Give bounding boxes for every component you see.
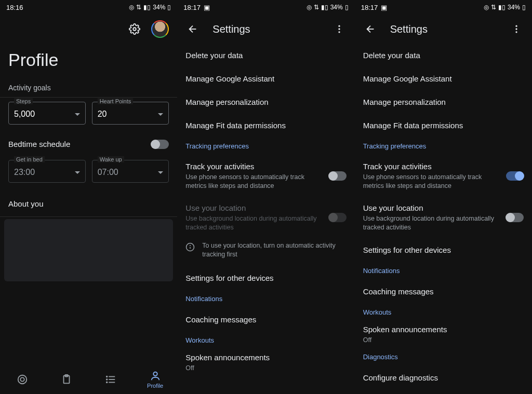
bottom-nav: Profile: [0, 365, 177, 394]
tracking-preferences-header: Tracking preferences: [355, 137, 532, 155]
battery-text: 34%: [330, 4, 343, 11]
get-in-bed-label: Get in bed: [14, 156, 45, 162]
signal-icon: ▮▯: [321, 4, 328, 11]
coaching-messages[interactable]: Coaching messages: [177, 308, 354, 331]
gear-icon: [129, 23, 140, 35]
arrow-left-icon: [187, 23, 198, 35]
track-activities-toggle[interactable]: [506, 171, 524, 181]
activity-goals-label: Activity goals: [0, 78, 177, 97]
info-icon: [185, 242, 195, 252]
manage-google-assistant[interactable]: Manage Google Assistant: [177, 67, 354, 90]
svg-point-0: [134, 28, 137, 31]
spoken-announcements-row[interactable]: Spoken announcements Off: [177, 349, 354, 376]
wake-up-value: 07:00: [98, 168, 118, 177]
use-location-toggle[interactable]: [506, 213, 524, 222]
back-button[interactable]: [360, 19, 381, 39]
spoken-title: Spoken announcements: [185, 352, 270, 363]
manage-personalization[interactable]: Manage personalization: [177, 90, 354, 114]
status-icons: ◎ ⇅ ▮▯ 34% ▯: [129, 4, 171, 11]
location-hint-text: To use your location, turn on automatic …: [202, 241, 346, 259]
track-activities-desc: Use phone sensors to automatically track…: [363, 173, 500, 191]
manage-google-assistant[interactable]: Manage Google Assistant: [355, 67, 532, 90]
steps-value: 5,000: [14, 110, 35, 119]
heart-points-value: 20: [98, 110, 107, 119]
svg-point-15: [338, 31, 340, 33]
heart-points-field[interactable]: Heart Points 20: [92, 102, 169, 125]
more-vert-icon: [334, 24, 344, 34]
settings-gear-button[interactable]: [124, 19, 145, 39]
wifi-icon: ⇅: [314, 4, 319, 11]
track-activities-row[interactable]: Track your activities Use phone sensors …: [177, 155, 354, 197]
delete-your-data[interactable]: Delete your data: [177, 44, 354, 67]
nav-home[interactable]: [0, 365, 44, 394]
get-in-bed-value: 23:00: [14, 168, 35, 177]
status-bar: 18:17 ▣ ◎ ⇅ ▮▯ 34% ▯: [177, 0, 354, 15]
target-icon: [17, 374, 28, 385]
person-icon: [150, 370, 161, 382]
nav-profile[interactable]: Profile: [133, 365, 177, 394]
page-title: Profile: [0, 44, 177, 78]
nav-browse[interactable]: [89, 365, 133, 394]
svg-point-9: [107, 379, 108, 380]
hotspot-icon: ◎: [129, 4, 134, 11]
get-in-bed-field[interactable]: Get in bed 23:00: [8, 160, 86, 183]
delete-your-data[interactable]: Delete your data: [355, 44, 532, 67]
about-you-label: About you: [0, 191, 177, 216]
track-activities-desc: Use phone sensors to automatically track…: [185, 173, 322, 191]
signal-icon: ▮▯: [143, 4, 151, 11]
notifications-header: Notifications: [355, 262, 532, 280]
track-activities-title: Track your activities: [363, 161, 500, 172]
svg-point-13: [338, 25, 340, 27]
manage-personalization[interactable]: Manage personalization: [355, 90, 532, 114]
avatar[interactable]: [151, 20, 169, 38]
steps-field[interactable]: Steps 5,000: [8, 102, 86, 125]
hotspot-icon: ◎: [307, 4, 312, 11]
wake-up-field[interactable]: Wake up 07:00: [92, 160, 169, 183]
battery-icon: ▯: [345, 4, 349, 11]
more-vert-icon: [511, 24, 522, 34]
track-activities-row[interactable]: Track your activities Use phone sensors …: [355, 155, 532, 197]
nav-journal[interactable]: [44, 365, 88, 394]
svg-point-11: [153, 372, 157, 376]
manage-fit-data-permissions[interactable]: Manage Fit data permissions: [355, 114, 532, 137]
nav-profile-label: Profile: [147, 383, 163, 389]
overflow-menu-button[interactable]: [329, 19, 350, 39]
overflow-menu-button[interactable]: [506, 19, 527, 39]
page-title: Settings: [390, 23, 428, 35]
chevron-down-icon: [75, 113, 80, 116]
back-button[interactable]: [182, 19, 203, 39]
svg-point-18: [190, 246, 191, 246]
screen-profile: 18:16 ◎ ⇅ ▮▯ 34% ▯ Profile Activity goal…: [0, 0, 177, 394]
chevron-down-icon: [75, 171, 80, 174]
screenshot-icon: ▣: [381, 4, 387, 11]
manage-fit-data-permissions[interactable]: Manage Fit data permissions: [177, 114, 354, 137]
heart-points-label: Heart Points: [98, 98, 134, 104]
battery-icon: ▯: [167, 4, 171, 11]
chevron-down-icon: [158, 171, 163, 174]
workouts-header: Workouts: [355, 303, 532, 321]
svg-point-14: [338, 28, 340, 30]
svg-point-22: [515, 31, 517, 33]
use-location-toggle: [329, 213, 347, 222]
track-activities-toggle[interactable]: [329, 171, 347, 181]
configure-diagnostics[interactable]: Configure diagnostics: [355, 366, 532, 382]
settings-other-devices[interactable]: Settings for other devices: [177, 266, 354, 290]
status-time: 18:16: [6, 4, 23, 11]
svg-point-20: [515, 25, 517, 27]
use-location-title: Use your location: [363, 203, 500, 213]
list-icon: [105, 374, 116, 385]
bedtime-toggle[interactable]: [151, 140, 169, 149]
settings-other-devices[interactable]: Settings for other devices: [355, 238, 532, 262]
status-time: 18:17: [183, 4, 201, 11]
use-location-desc: Use background location during automatic…: [185, 214, 322, 232]
status-icons: ◎ ⇅ ▮▯ 34% ▯: [484, 4, 526, 11]
battery-icon: ▯: [522, 4, 526, 11]
battery-text: 34%: [508, 4, 520, 11]
about-you-panel[interactable]: [4, 219, 173, 281]
screenshot-icon: ▣: [204, 4, 210, 11]
divider: [0, 216, 177, 217]
use-location-row[interactable]: Use your location Use background locatio…: [355, 197, 532, 238]
coaching-messages[interactable]: Coaching messages: [355, 280, 532, 303]
spoken-announcements-row[interactable]: Spoken announcements Off: [355, 321, 532, 348]
status-icons: ◎ ⇅ ▮▯ 34% ▯: [307, 4, 349, 11]
